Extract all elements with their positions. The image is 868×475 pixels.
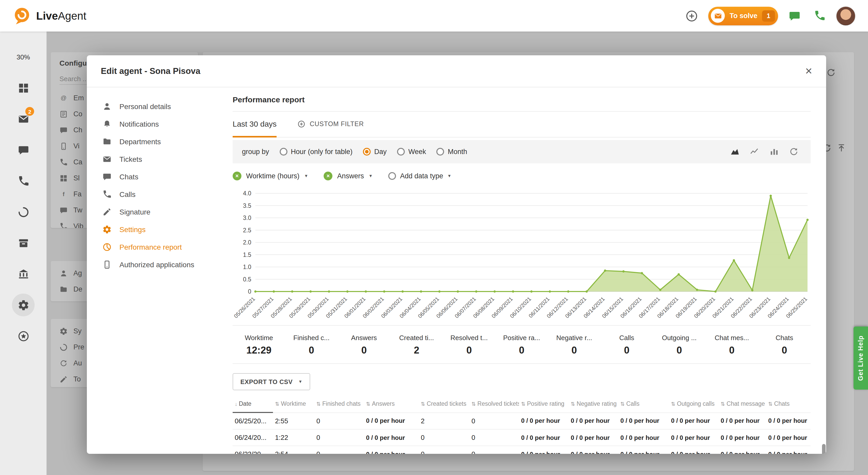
- column-header-calls[interactable]: ⇅Calls: [618, 395, 669, 412]
- table-row[interactable]: 06/24/20...1:2200 / 0 per hour000 / 0 pe…: [232, 429, 811, 446]
- radio-icon: [363, 148, 371, 156]
- stat-resolved-t: Resolved t...0: [443, 334, 495, 356]
- avatar[interactable]: [836, 6, 856, 26]
- bar-chart-button[interactable]: [766, 144, 782, 159]
- stat-outgoing: Outgoing ...0: [653, 334, 705, 356]
- sidebar: 30% 2: [0, 32, 46, 475]
- groupby-option-hour-only-for-table[interactable]: Hour (only for table): [279, 148, 352, 156]
- agent-nav-chats[interactable]: Chats: [87, 168, 217, 186]
- chat-icon: [102, 172, 112, 182]
- sidebar-item-addons[interactable]: [9, 321, 38, 350]
- column-header-positive-rating[interactable]: ⇅Positive rating: [519, 395, 569, 412]
- sort-icon: ↓: [235, 401, 237, 407]
- chat-icon: [17, 144, 29, 156]
- groupby-option-week[interactable]: Week: [397, 148, 426, 156]
- groupby-option-day[interactable]: Day: [363, 148, 387, 156]
- agent-nav-settings[interactable]: Settings: [87, 221, 217, 238]
- svg-text:0: 0: [248, 288, 251, 295]
- series-chip-worktime-hours[interactable]: ×Worktime (hours)▼: [232, 171, 308, 180]
- area-chart-button[interactable]: [727, 144, 742, 159]
- topbar: LiveAgent To solve 1: [0, 0, 868, 32]
- column-header-created-tickets[interactable]: ⇅Created tickets: [419, 395, 469, 412]
- column-header-resolved-tickets[interactable]: ⇅Resolved tickets: [469, 395, 519, 412]
- stat-calls: Calls0: [600, 334, 653, 356]
- sidebar-item-billing[interactable]: [9, 259, 38, 288]
- sidebar-item-tickets[interactable]: 2: [9, 104, 38, 133]
- sort-icon: ⇅: [671, 401, 675, 407]
- column-header-chats[interactable]: ⇅Chats: [766, 395, 811, 412]
- bell-icon: [102, 119, 112, 129]
- table-scrollbar[interactable]: [822, 444, 826, 454]
- tab-last-30-days[interactable]: Last 30 days: [232, 112, 277, 137]
- get-live-help-tab[interactable]: Get Live Help: [854, 327, 868, 389]
- chats-button[interactable]: [786, 7, 803, 24]
- phone-icon: [813, 10, 825, 22]
- performance-report-panel: Performance report Last 30 daysCUSTOM FI…: [217, 87, 826, 454]
- remove-icon[interactable]: ×: [232, 171, 241, 180]
- add-data-type[interactable]: Add data type▼: [388, 172, 452, 180]
- modal-header: Edit agent - Sona Pisova ×: [87, 55, 826, 87]
- agent-nav-signature[interactable]: Signature: [87, 203, 217, 221]
- sidebar-item-calls[interactable]: [9, 166, 38, 195]
- app: LiveAgent To solve 1 30% 2: [0, 0, 868, 475]
- agent-nav-calls[interactable]: Calls: [87, 186, 217, 203]
- calls-button[interactable]: [811, 7, 828, 24]
- folder-icon: [102, 137, 112, 146]
- archive-icon: [17, 237, 29, 249]
- to-solve-button[interactable]: To solve 1: [709, 6, 778, 25]
- areachart-icon: [730, 147, 740, 157]
- table-row[interactable]: 06/25/20...2:5500 / 0 per hour200 / 0 pe…: [232, 412, 811, 429]
- column-header-worktime[interactable]: ⇅Worktime: [273, 395, 314, 412]
- svg-text:4.0: 4.0: [243, 190, 251, 197]
- sort-icon: ⇅: [471, 401, 476, 407]
- column-header-chat-message[interactable]: ⇅Chat message: [719, 395, 766, 412]
- sort-icon: ⇅: [571, 401, 575, 407]
- sidebar-item-time[interactable]: [9, 197, 38, 226]
- sort-icon: ⇅: [275, 401, 279, 407]
- add-new-button[interactable]: [684, 7, 700, 24]
- mail-icon: [102, 155, 112, 164]
- sort-icon: ⇅: [620, 401, 625, 407]
- agent-nav-departments[interactable]: Departments: [87, 133, 217, 150]
- starcircle-icon: [17, 330, 29, 342]
- agent-nav-notifications[interactable]: Notifications: [87, 115, 217, 133]
- sidebar-item-chats[interactable]: [9, 135, 38, 164]
- agent-nav-tickets[interactable]: Tickets: [87, 150, 217, 168]
- svg-text:1.5: 1.5: [243, 251, 251, 258]
- sidebar-item-dashboard[interactable]: [9, 73, 38, 102]
- close-icon[interactable]: ×: [805, 65, 812, 77]
- liveagent-logo[interactable]: LiveAgent: [12, 6, 86, 25]
- export-to-csv-button[interactable]: EXPORT TO CSV ▼: [232, 373, 310, 390]
- chevron-down-icon: ▼: [298, 379, 303, 384]
- unread-count-badge: 2: [25, 107, 34, 116]
- report-table: ↓Date⇅Worktime⇅Finished chats⇅Answers⇅Cr…: [232, 395, 811, 454]
- groupby-option-month[interactable]: Month: [436, 148, 467, 156]
- chevron-down-icon: ▼: [304, 173, 308, 178]
- table-row[interactable]: 06/23/20...3:5400 / 0 per hour000 / 0 pe…: [232, 446, 811, 454]
- sidebar-item-reports[interactable]: [9, 228, 38, 257]
- chart-svg: 00.51.01.52.02.53.03.54.005/26/202105/27…: [232, 188, 811, 325]
- line-chart-button[interactable]: [746, 144, 762, 159]
- column-header-date[interactable]: ↓Date: [232, 395, 273, 412]
- column-header-outgoing-calls[interactable]: ⇅Outgoing calls: [669, 395, 719, 412]
- column-header-negative-rating[interactable]: ⇅Negative rating: [569, 395, 618, 412]
- svg-text:3.5: 3.5: [243, 202, 251, 209]
- column-header-finished-chats[interactable]: ⇅Finished chats: [314, 395, 364, 412]
- gear-icon: [102, 225, 112, 234]
- svg-text:2.0: 2.0: [243, 239, 251, 246]
- agent-nav-authorized-applications[interactable]: Authorized applications: [87, 256, 217, 274]
- refresh-button[interactable]: [786, 144, 801, 159]
- series-chips-row: ×Worktime (hours)▼×Answers▼Add data type…: [232, 163, 811, 188]
- sidebar-item-configuration[interactable]: [9, 290, 38, 319]
- agent-nav-performance-report[interactable]: Performance report: [87, 238, 217, 256]
- stat-worktime: Worktime12:29: [232, 334, 285, 356]
- agent-nav-personal-details[interactable]: Personal details: [87, 98, 217, 115]
- column-header-answers[interactable]: ⇅Answers: [364, 395, 419, 412]
- series-chip-answers[interactable]: ×Answers▼: [323, 171, 372, 180]
- remove-icon[interactable]: ×: [323, 171, 333, 180]
- chat-icon: [788, 9, 801, 22]
- linechart-icon: [749, 147, 759, 157]
- mail-icon: [711, 9, 725, 23]
- tab-custom-filter[interactable]: CUSTOM FILTER: [297, 112, 364, 137]
- phone-icon: [102, 190, 112, 199]
